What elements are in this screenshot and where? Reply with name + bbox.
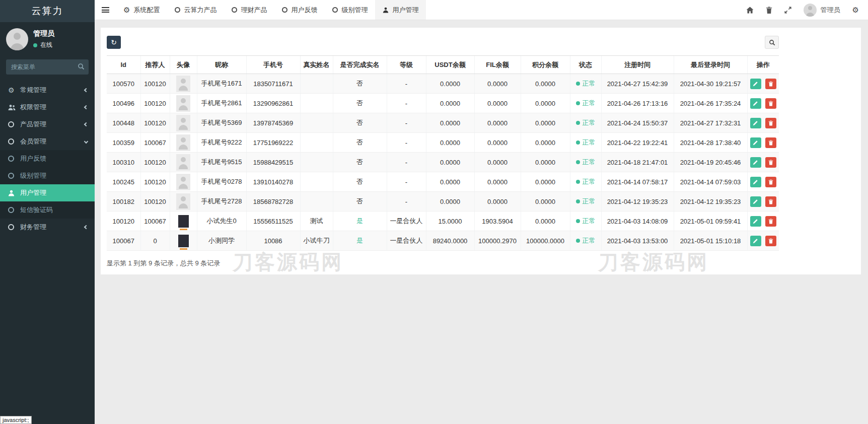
sidebar-submenu: 用户反馈 级别管理 用户管理 短信验证码 [0,150,95,219]
cell-id: 100182 [107,192,140,211]
cell-status: 正常 [570,113,601,133]
cell-phone: 18350711671 [246,74,300,94]
delete-button[interactable] [765,236,776,246]
tab-licai-chanpin[interactable]: 理财产品 [224,0,274,20]
tab-yunsuanli-chanpin[interactable]: 云算力产品 [167,0,224,20]
sidebar-item-yonghufankui[interactable]: 用户反馈 [0,150,95,167]
col-level: 等级 [387,56,426,74]
sidebar-item-label: 短信验证码 [20,205,53,215]
cell-actions [747,153,779,172]
cell-id: 100120 [107,211,140,231]
table-search-button[interactable] [765,36,779,49]
refresh-button[interactable]: ↻ [107,36,121,49]
navbar-user-menu[interactable]: 管理员 [804,4,840,17]
user-avatar-thumb [176,76,190,92]
col-realname: 真实姓名 [300,56,333,74]
tab-label: 系统配置 [133,6,160,15]
sidebar-item-quanxian[interactable]: 权限管理 [0,99,95,116]
sidebar-item-huiyuan[interactable]: 会员管理 [0,133,95,150]
cell-phone: 17751969222 [246,133,300,153]
trash-icon[interactable] [766,7,772,14]
cell-referrer: 100120 [140,172,170,192]
tab-xitongpeizhi[interactable]: ⚙ 系统配置 [116,0,167,20]
status-dot-icon [576,121,580,125]
main-content: 刀客源码网 刀客源码网 ↻ Id 推荐人 头像 [95,20,868,424]
sidebar-item-yonghuguanli[interactable]: 用户管理 [0,184,95,201]
tab-yonghuguanli[interactable]: 用户管理 [375,0,426,20]
table-row: 100570 100120 手机尾号1671 18350711671 否 - 0… [107,74,779,94]
cell-points-balance: 0.0000 [521,172,570,192]
cell-points-balance: 0.0000 [521,94,570,113]
cell-register-time: 2021-04-03 14:08:09 [601,211,674,231]
cell-usdt-balance: 0.0000 [426,153,474,172]
tab-label: 级别管理 [341,6,368,15]
sidebar-search [6,59,89,75]
cell-points-balance: 0.0000 [521,133,570,153]
sidebar-item-caiwu[interactable]: 财务管理 [0,219,95,236]
user-avatar-thumb [176,154,190,171]
edit-button[interactable] [750,236,761,246]
delete-button[interactable] [765,216,776,227]
cell-last-login: 2021-04-19 20:45:46 [674,153,747,172]
sidebar-item-changgui[interactable]: ⚙ 常规管理 [0,82,95,99]
sidebar-toggle-icon[interactable] [95,0,116,20]
cell-level: 一星合伙人 [387,231,426,251]
settings-icon[interactable]: ⚙ [852,6,859,14]
avatar [6,28,28,50]
home-icon[interactable] [746,7,754,14]
edit-button[interactable] [750,157,761,168]
edit-button[interactable] [750,98,761,109]
sidebar-item-duanxin[interactable]: 短信验证码 [0,201,95,219]
delete-button[interactable] [765,157,776,168]
chevron-left-icon [84,88,88,92]
cell-fil-balance: 0.0000 [474,94,521,113]
sidebar-item-jibieguanli[interactable]: 级别管理 [0,167,95,184]
col-lastlogin: 最后登录时间 [674,56,747,74]
user-icon [383,7,389,13]
cell-realname: 测试 [300,211,333,231]
table-body: 100570 100120 手机尾号1671 18350711671 否 - 0… [107,74,779,251]
edit-button[interactable] [750,118,761,128]
cell-last-login: 2021-05-01 15:10:18 [674,231,747,251]
cell-avatar [170,172,197,192]
delete-button[interactable] [765,196,776,207]
table-row: 100310 100120 手机尾号9515 15988429515 否 - 0… [107,153,779,172]
delete-button[interactable] [765,137,776,148]
cell-level: - [387,74,426,94]
col-actions: 操作 [747,56,779,74]
user-status: 在线 [33,41,54,49]
delete-button[interactable] [765,177,776,187]
edit-button[interactable] [750,196,761,207]
status-dot-icon [576,219,580,223]
edit-button[interactable] [750,216,761,227]
delete-button[interactable] [765,118,776,128]
col-regtime: 注册时间 [601,56,674,74]
cell-actions [747,211,779,231]
delete-button[interactable] [765,98,776,109]
tab-yonghufankui[interactable]: 用户反馈 [274,0,325,20]
cell-verified: 否 [333,172,387,192]
status-badge: 正常 [583,158,596,167]
cell-realname [300,74,333,94]
fullscreen-icon[interactable] [784,7,791,14]
edit-button[interactable] [750,79,761,89]
search-icon[interactable] [78,63,85,70]
app-logo[interactable]: 云算力 [0,0,95,22]
tab-jibieguanli[interactable]: 级别管理 [325,0,375,20]
cell-nickname: 手机尾号9222 [197,133,246,153]
user-avatar-thumb [176,95,190,112]
cell-status: 正常 [570,74,601,94]
cell-register-time: 2021-04-24 15:50:37 [601,113,674,133]
table-row: 100120 100067 小试先生0 15556511525 测试 是 一星合… [107,211,779,231]
sidebar-item-chanpin[interactable]: 产品管理 [0,116,95,133]
edit-button[interactable] [750,137,761,148]
user-avatar-thumb [176,174,190,190]
cell-id: 100496 [107,94,140,113]
status-bar-link-hint: javascript:; [0,416,32,424]
col-status: 状态 [570,56,601,74]
circle-icon [8,138,20,145]
delete-button[interactable] [765,79,776,89]
edit-button[interactable] [750,177,761,187]
search-input[interactable] [6,59,89,75]
cell-realname [300,133,333,153]
